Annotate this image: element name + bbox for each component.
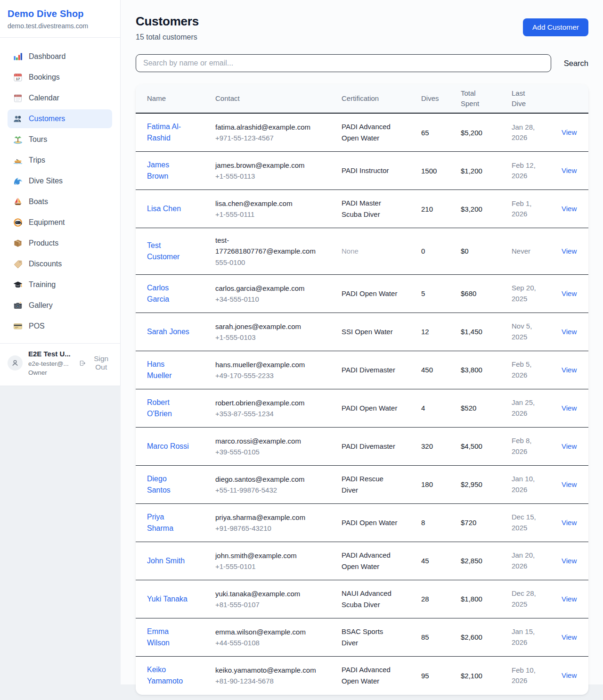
customer-email: keiko.yamamoto@example.com	[215, 665, 318, 675]
search-button[interactable]: Search	[564, 59, 588, 68]
customer-name-link[interactable]: Emma Wilson	[147, 626, 190, 649]
customer-dives: 12	[421, 328, 461, 336]
customer-name-link[interactable]: Marco Rossi	[147, 441, 189, 452]
sidebar-item-products[interactable]: Products	[8, 234, 112, 253]
search-bar: Search	[136, 54, 588, 72]
customer-phone: +39-555-0105	[215, 446, 318, 457]
customer-certification: PADI Open Water	[342, 403, 421, 414]
view-link[interactable]: View	[562, 519, 577, 527]
sidebar-item-trips[interactable]: Trips	[8, 151, 112, 170]
sidebar-item-equipment[interactable]: Equipment	[8, 213, 112, 232]
sidebar-item-boats[interactable]: Boats	[8, 192, 112, 211]
add-customer-button[interactable]: Add Customer	[523, 18, 588, 36]
table-row: Priya Sharma priya.sharma@example.com+91…	[136, 504, 588, 542]
sidebar-item-dashboard[interactable]: Dashboard	[8, 47, 112, 66]
customer-name-link[interactable]: Sarah Jones	[147, 326, 189, 338]
customer-dives: 28	[421, 595, 461, 603]
customer-dives: 5	[421, 289, 461, 297]
table-row: Yuki Tanaka yuki.tanaka@example.com+81-5…	[136, 580, 588, 618]
customer-last-dive: Feb 10, 2026	[512, 665, 562, 686]
view-link[interactable]: View	[562, 328, 577, 336]
view-link[interactable]: View	[562, 247, 577, 255]
customer-name-link[interactable]: John Smith	[147, 555, 185, 567]
customer-count: 15 total customers	[136, 33, 199, 41]
graduation-cap-icon	[13, 280, 23, 289]
customer-total-spent: $1,450	[461, 328, 512, 336]
customer-name-link[interactable]: Lisa Chen	[147, 203, 181, 214]
customer-name-link[interactable]: Test Customer	[147, 240, 190, 263]
view-link[interactable]: View	[562, 671, 577, 679]
customers-table: Name Contact Certification Dives Total S…	[136, 84, 588, 695]
view-link[interactable]: View	[562, 633, 577, 641]
customer-email: lisa.chen@example.com	[215, 198, 318, 209]
column-header-last-dive: Last Dive	[512, 88, 562, 109]
tear-off-calendar-icon	[13, 93, 23, 103]
view-link[interactable]: View	[562, 289, 577, 297]
sidebar-item-label: Boats	[29, 198, 48, 206]
customer-total-spent: $3,800	[461, 366, 512, 374]
view-link[interactable]: View	[562, 595, 577, 603]
customer-name-link[interactable]: Yuki Tanaka	[147, 593, 187, 605]
credit-card-icon	[13, 321, 23, 331]
sidebar: Demo Dive Shop demo.test.divestreams.com…	[0, 0, 121, 386]
customer-email: james.brown@example.com	[215, 160, 318, 171]
search-input[interactable]	[136, 54, 551, 72]
customer-total-spent: $720	[461, 519, 512, 527]
view-link[interactable]: View	[562, 442, 577, 450]
view-link[interactable]: View	[562, 128, 577, 136]
customer-name-link[interactable]: Keiko Yamamoto	[147, 664, 190, 687]
sidebar-item-label: Dive Sites	[29, 177, 63, 185]
sidebar-item-label: Bookings	[29, 73, 60, 82]
sidebar-item-training[interactable]: Training	[8, 275, 112, 294]
brand-name: Demo Dive Shop	[8, 8, 113, 19]
dive-mask-icon	[13, 218, 23, 227]
sidebar-item-label: Discounts	[29, 260, 62, 268]
customer-name-link[interactable]: Fatima Al-Rashid	[147, 121, 190, 144]
customer-name-link[interactable]: James Brown	[147, 159, 190, 182]
customer-dives: 45	[421, 557, 461, 565]
view-link[interactable]: View	[562, 557, 577, 565]
island-icon	[13, 135, 23, 144]
customer-dives: 95	[421, 672, 461, 680]
customer-dives: 65	[421, 129, 461, 137]
sign-out-label: Sign Out	[90, 354, 113, 371]
customer-total-spent: $2,850	[461, 557, 512, 565]
sidebar-item-pos[interactable]: POS	[8, 317, 112, 336]
person-icon	[11, 359, 19, 367]
view-link[interactable]: View	[562, 404, 577, 412]
customer-email: hans.mueller@example.com	[215, 359, 318, 370]
customer-name-link[interactable]: Robert O'Brien	[147, 397, 190, 420]
customer-certification: PADI Open Water	[342, 517, 421, 528]
sidebar-item-bookings[interactable]: 17 Bookings	[8, 68, 112, 87]
customer-name-link[interactable]: Priya Sharma	[147, 511, 190, 534]
sidebar-item-discounts[interactable]: Discounts	[8, 255, 112, 273]
camera-icon	[13, 301, 23, 310]
column-header-contact: Contact	[215, 93, 342, 104]
view-link[interactable]: View	[562, 366, 577, 374]
sidebar-item-dive-sites[interactable]: Dive Sites	[8, 172, 112, 190]
customer-phone: +34-555-0110	[215, 294, 318, 305]
sidebar-item-label: Equipment	[29, 218, 65, 227]
customer-dives: 4	[421, 404, 461, 412]
sidebar-item-gallery[interactable]: Gallery	[8, 296, 112, 315]
customer-name-link[interactable]: Diego Santos	[147, 473, 190, 496]
customer-phone: 555-0100	[215, 257, 318, 268]
sign-out-button[interactable]: Sign Out	[79, 354, 113, 371]
page-header: Customers 15 total customers Add Custome…	[121, 0, 603, 41]
customer-name-link[interactable]: Hans Mueller	[147, 359, 190, 381]
sidebar-item-customers[interactable]: Customers	[8, 109, 112, 128]
customer-name-link[interactable]: Carlos Garcia	[147, 282, 190, 305]
sidebar-item-tours[interactable]: Tours	[8, 130, 112, 149]
view-link[interactable]: View	[562, 166, 577, 174]
table-row: Carlos Garcia carlos.garcia@example.com+…	[136, 275, 588, 313]
column-header-dives: Dives	[421, 93, 461, 104]
sidebar-item-calendar[interactable]: Calendar	[8, 89, 112, 107]
customer-total-spent: $2,950	[461, 480, 512, 488]
customer-dives: 1500	[421, 167, 461, 175]
brand-domain: demo.test.divestreams.com	[8, 22, 113, 30]
table-row: Diego Santos diego.santos@example.com+55…	[136, 466, 588, 504]
customer-last-dive: Feb 1, 2026	[512, 198, 562, 220]
view-link[interactable]: View	[562, 480, 577, 488]
customer-email: robert.obrien@example.com	[215, 397, 318, 408]
view-link[interactable]: View	[562, 205, 577, 213]
